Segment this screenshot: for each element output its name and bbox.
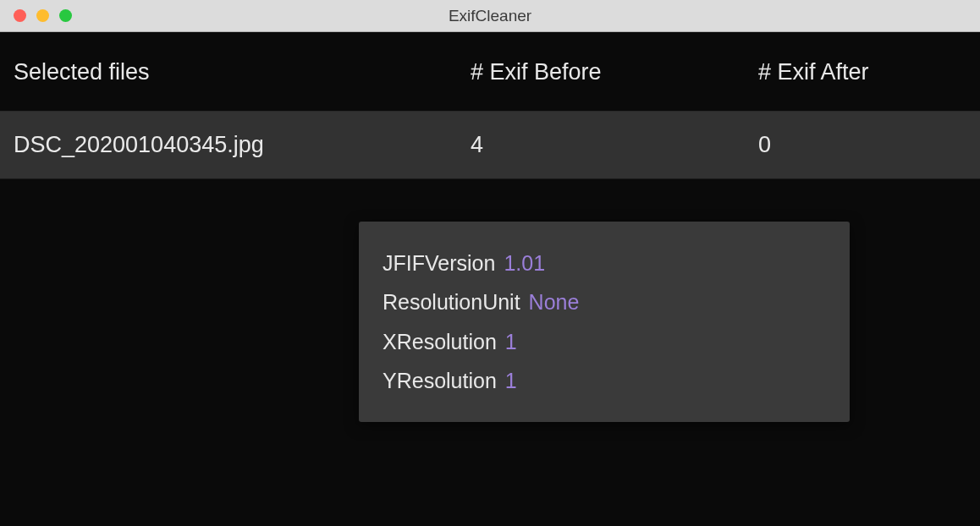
tooltip-item: XResolution 1 bbox=[383, 322, 826, 361]
traffic-lights bbox=[0, 9, 72, 22]
tooltip-item: ResolutionUnit None bbox=[383, 282, 826, 321]
header-selected-files: Selected files bbox=[14, 59, 471, 85]
tooltip-value: 1.01 bbox=[504, 244, 545, 282]
maximize-button[interactable] bbox=[59, 9, 72, 22]
header-exif-before: # Exif Before bbox=[471, 59, 758, 85]
tooltip-key: JFIFVersion bbox=[383, 244, 495, 282]
tooltip-key: ResolutionUnit bbox=[383, 282, 520, 321]
cell-exif-after: 0 bbox=[758, 132, 966, 158]
header-exif-after: # Exif After bbox=[758, 59, 966, 85]
exif-tooltip: JFIFVersion 1.01 ResolutionUnit None XRe… bbox=[359, 222, 850, 422]
tooltip-key: XResolution bbox=[383, 322, 497, 361]
window-title: ExifCleaner bbox=[0, 7, 980, 25]
tooltip-value: 1 bbox=[505, 361, 517, 400]
table-header: Selected files # Exif Before # Exif Afte… bbox=[0, 32, 980, 112]
tooltip-value: None bbox=[529, 282, 580, 321]
tooltip-item: YResolution 1 bbox=[383, 361, 826, 400]
titlebar[interactable]: ExifCleaner bbox=[0, 0, 980, 32]
cell-filename: DSC_202001040345.jpg bbox=[14, 132, 471, 158]
tooltip-value: 1 bbox=[505, 322, 517, 361]
table-row[interactable]: DSC_202001040345.jpg 4 0 bbox=[0, 112, 980, 179]
minimize-button[interactable] bbox=[36, 9, 49, 22]
tooltip-item: JFIFVersion 1.01 bbox=[383, 244, 826, 282]
cell-exif-before: 4 bbox=[471, 132, 758, 158]
tooltip-key: YResolution bbox=[383, 361, 497, 400]
close-button[interactable] bbox=[14, 9, 26, 22]
